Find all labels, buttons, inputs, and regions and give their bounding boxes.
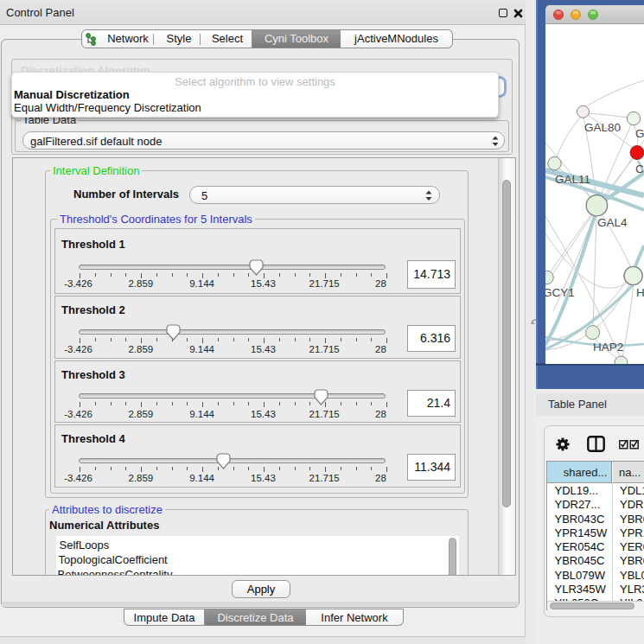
svg-text:HAP2: HAP2	[593, 341, 623, 354]
svg-text:GAL11: GAL11	[555, 173, 590, 186]
svg-text:GCY1: GCY1	[545, 286, 575, 299]
svg-text:GAL4: GAL4	[597, 216, 628, 229]
svg-text:H: H	[636, 286, 644, 299]
svg-text:GAL80: GAL80	[584, 121, 621, 134]
svg-text:GA: GA	[635, 127, 644, 140]
svg-text:C: C	[635, 163, 644, 175]
